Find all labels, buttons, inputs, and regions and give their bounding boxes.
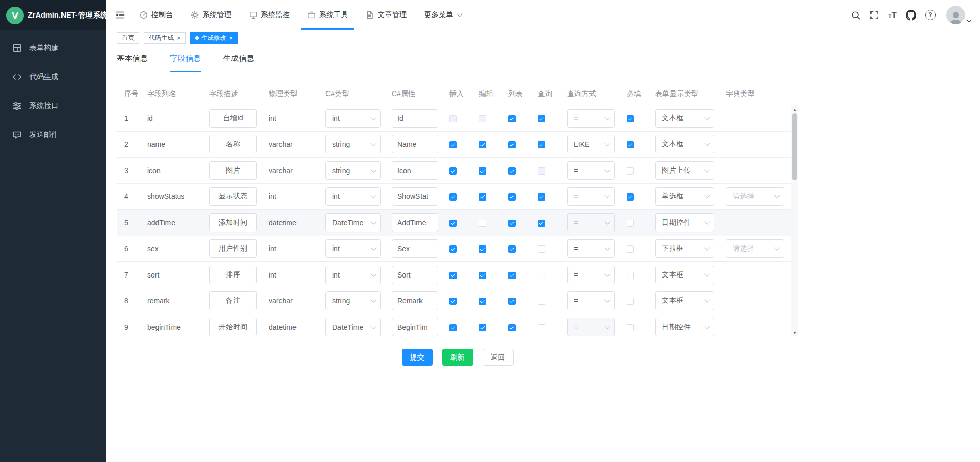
csharp-property-input[interactable]: [392, 318, 438, 336]
required-checkbox[interactable]: [627, 220, 634, 227]
font-size-icon[interactable]: TT: [888, 11, 897, 20]
tab-basic-info[interactable]: 基本信息: [117, 54, 148, 72]
query-method-select[interactable]: =: [567, 239, 615, 258]
csharp-type-select[interactable]: int: [325, 266, 381, 284]
query-checkbox[interactable]: [538, 298, 545, 305]
list-checkbox[interactable]: [508, 298, 516, 305]
edit-checkbox[interactable]: [479, 245, 486, 253]
nav-item-system-tools[interactable]: 系统工具: [307, 0, 348, 30]
field-description-input[interactable]: [209, 266, 257, 284]
tag-generate-modify[interactable]: 生成修改 ×: [190, 32, 239, 44]
query-method-select[interactable]: =: [567, 187, 615, 206]
scroll-up-arrow[interactable]: ▲: [791, 105, 798, 113]
csharp-property-input[interactable]: [392, 213, 438, 232]
submit-button[interactable]: 提交: [402, 349, 433, 366]
required-checkbox[interactable]: [627, 272, 634, 279]
csharp-type-select[interactable]: DateTime: [325, 318, 381, 336]
dict-type-select[interactable]: 请选择: [726, 187, 784, 206]
sidebar-item-form-builder[interactable]: 表单构建: [0, 34, 106, 63]
edit-checkbox[interactable]: [479, 141, 486, 148]
display-type-select[interactable]: 文本框: [655, 109, 714, 128]
csharp-property-input[interactable]: [392, 161, 438, 180]
required-checkbox[interactable]: [627, 115, 634, 122]
sidebar-toggle-button[interactable]: [115, 10, 125, 20]
insert-checkbox[interactable]: [449, 141, 457, 148]
query-method-select[interactable]: =: [567, 213, 615, 232]
scroll-down-arrow[interactable]: ▼: [791, 329, 798, 336]
csharp-property-input[interactable]: [392, 187, 438, 206]
dict-type-select[interactable]: 请选择: [726, 239, 784, 258]
display-type-select[interactable]: 日期控件: [655, 318, 714, 336]
insert-checkbox[interactable]: [449, 220, 457, 227]
csharp-type-select[interactable]: int: [325, 109, 381, 128]
required-checkbox[interactable]: [627, 167, 634, 175]
csharp-property-input[interactable]: [392, 239, 438, 258]
list-checkbox[interactable]: [508, 167, 516, 175]
insert-checkbox[interactable]: [449, 115, 457, 122]
list-checkbox[interactable]: [508, 141, 516, 148]
csharp-type-select[interactable]: string: [325, 291, 381, 310]
csharp-type-select[interactable]: string: [325, 161, 381, 180]
sidebar-item-system-api[interactable]: 系统接口: [0, 91, 106, 120]
sidebar-item-code-generation[interactable]: 代码生成: [0, 63, 106, 91]
display-type-select[interactable]: 图片上传: [655, 161, 714, 180]
query-method-select[interactable]: =: [567, 291, 615, 310]
display-type-select[interactable]: 单选框: [655, 187, 714, 206]
scrollbar-thumb[interactable]: [792, 113, 797, 180]
search-icon[interactable]: [851, 10, 861, 20]
tag-code-generation[interactable]: 代码生成 ×: [144, 32, 186, 44]
refresh-button[interactable]: 刷新: [442, 349, 473, 366]
nav-item-system-monitor[interactable]: 系统监控: [249, 0, 290, 30]
list-checkbox[interactable]: [508, 245, 516, 253]
display-type-select[interactable]: 下拉框: [655, 239, 714, 258]
csharp-property-input[interactable]: [392, 266, 438, 284]
insert-checkbox[interactable]: [449, 272, 457, 279]
back-button[interactable]: 返回: [483, 349, 514, 366]
avatar[interactable]: [946, 6, 965, 24]
field-description-input[interactable]: [209, 318, 257, 336]
edit-checkbox[interactable]: [479, 220, 486, 227]
query-checkbox[interactable]: [538, 193, 545, 201]
list-checkbox[interactable]: [508, 115, 516, 122]
fullscreen-icon[interactable]: [869, 10, 879, 20]
nav-item-console[interactable]: 控制台: [139, 0, 173, 30]
required-checkbox[interactable]: [627, 324, 634, 331]
query-checkbox[interactable]: [538, 324, 545, 331]
close-icon[interactable]: ×: [229, 35, 234, 41]
required-checkbox[interactable]: [627, 245, 634, 253]
field-description-input[interactable]: [209, 109, 257, 128]
display-type-select[interactable]: 文本框: [655, 291, 714, 310]
csharp-type-select[interactable]: int: [325, 239, 381, 258]
insert-checkbox[interactable]: [449, 298, 457, 305]
tab-field-info[interactable]: 字段信息: [170, 54, 201, 72]
query-checkbox[interactable]: [538, 141, 545, 148]
display-type-select[interactable]: 文本框: [655, 135, 714, 153]
csharp-type-select[interactable]: int: [325, 187, 381, 206]
query-method-select[interactable]: =: [567, 318, 615, 336]
query-checkbox[interactable]: [538, 272, 545, 279]
tag-home[interactable]: 首页: [117, 32, 139, 44]
edit-checkbox[interactable]: [479, 115, 486, 122]
field-description-input[interactable]: [209, 135, 257, 153]
query-method-select[interactable]: LIKE: [567, 135, 615, 153]
insert-checkbox[interactable]: [449, 193, 457, 201]
required-checkbox[interactable]: [627, 141, 634, 148]
vertical-scrollbar[interactable]: ▲ ▼: [791, 105, 798, 336]
query-method-select[interactable]: =: [567, 266, 615, 284]
display-type-select[interactable]: 日期控件: [655, 213, 714, 232]
query-checkbox[interactable]: [538, 167, 545, 175]
query-checkbox[interactable]: [538, 245, 545, 253]
edit-checkbox[interactable]: [479, 298, 486, 305]
edit-checkbox[interactable]: [479, 193, 486, 201]
nav-item-more-menus[interactable]: 更多菜单: [424, 0, 462, 30]
query-method-select[interactable]: =: [567, 109, 615, 128]
list-checkbox[interactable]: [508, 324, 516, 331]
edit-checkbox[interactable]: [479, 324, 486, 331]
insert-checkbox[interactable]: [449, 245, 457, 253]
field-description-input[interactable]: [209, 291, 257, 310]
help-icon[interactable]: ?: [925, 10, 936, 20]
csharp-type-select[interactable]: DateTime: [325, 213, 381, 232]
user-menu[interactable]: [946, 6, 971, 24]
edit-checkbox[interactable]: [479, 272, 486, 279]
sidebar-item-send-mail[interactable]: 发送邮件: [0, 120, 106, 149]
